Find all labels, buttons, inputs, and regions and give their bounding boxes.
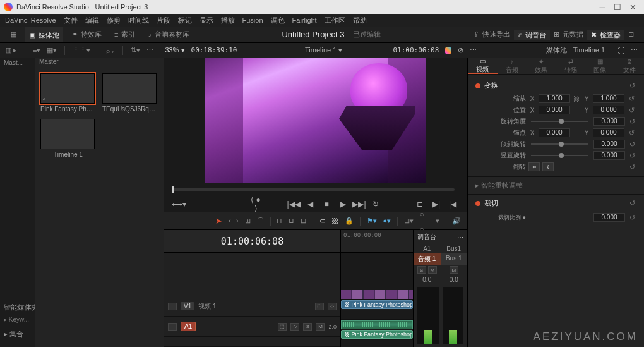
selection-tool-icon[interactable]: ➤ — [215, 216, 222, 226]
timeline-selector[interactable]: Timeline 1 ▾ — [305, 46, 342, 54]
next-frame-button[interactable]: ▶▶| — [352, 200, 366, 209]
v1-dest-icon[interactable] — [168, 303, 177, 310]
metadata-button[interactable]: ⊞ 元数据 — [550, 30, 587, 39]
a1-track-header[interactable]: A1 ⬚ ∿ S M 2.0 — [164, 317, 340, 337]
audio-clip[interactable]: ⛓ Pink Fantasy Photoshop Manipulation An… — [341, 330, 413, 339]
a1-track[interactable]: ⛓ Pink Fantasy Photoshop Manipulation An… — [341, 320, 413, 340]
dynamic-zoom-header[interactable]: ▸ 智能重帧调整 — [468, 176, 644, 194]
flip-h-button[interactable]: ⇔ — [528, 162, 540, 171]
timeline-ruler[interactable]: 01:00:00:00 01:00:08:00 01:00:16:00 — [341, 230, 413, 253]
transform-reset-icon[interactable]: ↺ — [628, 82, 636, 90]
inspector-tab-image[interactable]: ▦图像 — [585, 58, 615, 74]
match-frame-icon[interactable]: ⟷▾ — [172, 200, 186, 209]
link-icon[interactable]: ⛓ — [331, 217, 338, 225]
flag-icon[interactable]: ⚑▾ — [367, 217, 377, 225]
thumb-view-icon[interactable]: ▦▾ — [47, 46, 57, 54]
menu-clip[interactable]: 片段 — [157, 16, 170, 25]
menu-resolve[interactable]: DaVinci Resolve — [5, 16, 56, 24]
anchor-x-input[interactable]: 0.000 — [539, 128, 570, 137]
dropdown-icon[interactable]: ▾ — [436, 217, 439, 225]
overwrite-icon[interactable]: ⊔ — [289, 217, 294, 225]
search-icon[interactable]: ⌕▾ — [106, 47, 115, 54]
a1-curve-icon[interactable]: ∿ — [290, 323, 299, 331]
zoom-link-icon[interactable]: ⛓ — [573, 95, 580, 102]
sort-icon[interactable]: ⋮⋮▾ — [73, 46, 90, 54]
prev-frame-button[interactable]: ◀ — [303, 200, 317, 209]
snapping-icon[interactable]: ⊂ — [319, 217, 325, 225]
window-close-button[interactable]: ✕ — [625, 3, 640, 12]
bypass-icon[interactable]: ⊘ — [458, 46, 463, 54]
a1-badge[interactable]: A1 — [181, 322, 196, 331]
a1-dest-icon[interactable] — [168, 323, 177, 331]
window-minimize-button[interactable]: ─ — [595, 3, 610, 12]
panel-toggle-icon[interactable]: ▦ — [6, 27, 20, 42]
menu-help[interactable]: 帮助 — [353, 16, 367, 25]
inspector-button[interactable]: ✖ 检查器 — [587, 30, 624, 40]
mixer-solo-button[interactable]: S — [417, 266, 426, 274]
menu-workspace[interactable]: 工作区 — [325, 16, 345, 25]
blade-tool-icon[interactable]: ⌒ — [257, 216, 264, 226]
yaw-reset-icon[interactable]: ↺ — [628, 152, 636, 160]
meter-bus[interactable] — [443, 287, 464, 344]
meter-a1[interactable] — [417, 287, 439, 344]
dynamic-trim-icon[interactable]: ⊞ — [245, 217, 251, 225]
quick-export-button[interactable]: ⇪ 快速导出 — [470, 30, 514, 39]
mark-in-icon[interactable]: ⊏ — [413, 200, 427, 209]
a1-lock-icon[interactable]: ⬚ — [278, 323, 287, 331]
clip-thumb-fantasy[interactable]: ♪ Pink Fantasy Phot... — [40, 73, 96, 113]
insert-icon[interactable]: ⊓ — [277, 217, 282, 225]
nav-dots-icon[interactable]: ⟨ ● ⟩ — [249, 195, 263, 213]
menu-trim[interactable]: 修剪 — [107, 16, 121, 25]
master-breadcrumb[interactable]: Mast... — [0, 58, 35, 68]
a1-solo-button[interactable]: S — [303, 323, 312, 331]
media-pool-button[interactable]: ▣ 媒体池 — [25, 27, 63, 42]
transform-header[interactable]: 变换↺ — [475, 78, 636, 93]
mixer-ch-a1[interactable]: A1 — [414, 244, 441, 253]
expand-viewer-icon[interactable]: ⛶ — [617, 47, 624, 54]
sidebar-toggle-icon[interactable]: ▥ ▸ — [5, 46, 17, 54]
list-view-icon[interactable]: ≡▾ — [33, 46, 40, 54]
v1-track-header[interactable]: V1 视频 1 ⬚ ◇ — [164, 296, 340, 317]
pitch-reset-icon[interactable]: ↺ — [628, 140, 636, 149]
flip-reset-icon[interactable]: ↺ — [628, 163, 636, 171]
options-icon[interactable]: ⋯ — [146, 46, 153, 54]
anchor-reset-icon[interactable]: ↺ — [627, 129, 636, 137]
zoom-slider-icon[interactable]: ⌕—⌕ — [420, 210, 429, 233]
menu-view[interactable]: 显示 — [200, 16, 213, 25]
replace-icon[interactable]: ⊟ — [301, 217, 306, 225]
view-options-icon[interactable]: ⊞▾ — [404, 217, 414, 225]
mixer-ch-bus[interactable]: Bus1 — [441, 244, 468, 253]
crop-ratio-input[interactable]: 0.000 — [593, 213, 625, 222]
rotation-reset-icon[interactable]: ↺ — [628, 118, 636, 126]
mixer-mute-button[interactable]: M — [428, 266, 437, 274]
effects-library-button[interactable]: ✦ 特效库 — [68, 27, 105, 42]
keywords-label[interactable]: ▸ Keyw... — [4, 314, 31, 326]
inspector-tab-effects[interactable]: ✦效果 — [527, 58, 556, 74]
window-maximize-button[interactable]: ☐ — [610, 3, 625, 12]
position-y-input[interactable]: 0.000 — [593, 106, 624, 114]
lock-icon[interactable]: 🔒 — [345, 217, 354, 225]
video-clip[interactable]: ⛓ Pink Fantasy Photoshop Manipulation An… — [341, 300, 413, 309]
v1-track[interactable]: ⛓ Pink Fantasy Photoshop Manipulation An… — [341, 300, 413, 320]
audio-waveform[interactable] — [341, 320, 413, 329]
clip-thumb-timeline[interactable]: Timeline 1 — [40, 119, 96, 158]
zoom-y-input[interactable]: 1.000 — [593, 94, 624, 103]
trim-tool-icon[interactable]: ⟷ — [229, 217, 239, 225]
v1-lock-icon[interactable]: ⬚ — [315, 303, 324, 310]
menu-edit[interactable]: 编辑 — [85, 16, 99, 25]
rotation-slider[interactable] — [531, 121, 588, 122]
smart-bins-label[interactable]: 智能媒体夹 — [4, 301, 31, 313]
v1-disable-icon[interactable]: ◇ — [328, 303, 337, 310]
inspector-tab-transition[interactable]: ⇄转场 — [556, 58, 586, 74]
go-in-button[interactable]: ▶| — [429, 200, 443, 209]
inspector-tab-audio[interactable]: ♪音频 — [498, 58, 527, 74]
loop-button[interactable]: ↻ — [369, 200, 383, 209]
zoom-value[interactable]: 33% ▾ — [165, 46, 184, 54]
master-tab[interactable]: Master — [39, 58, 59, 65]
first-frame-button[interactable]: |◀◀ — [287, 200, 301, 209]
yaw-input[interactable]: 0.000 — [593, 151, 625, 160]
menu-file[interactable]: 文件 — [64, 16, 78, 25]
collections-label[interactable]: ▸ 集合 — [4, 328, 31, 339]
mixer-options-icon[interactable]: ⋯ — [457, 234, 463, 241]
mixer-bus-mute-button[interactable]: M — [450, 266, 458, 274]
